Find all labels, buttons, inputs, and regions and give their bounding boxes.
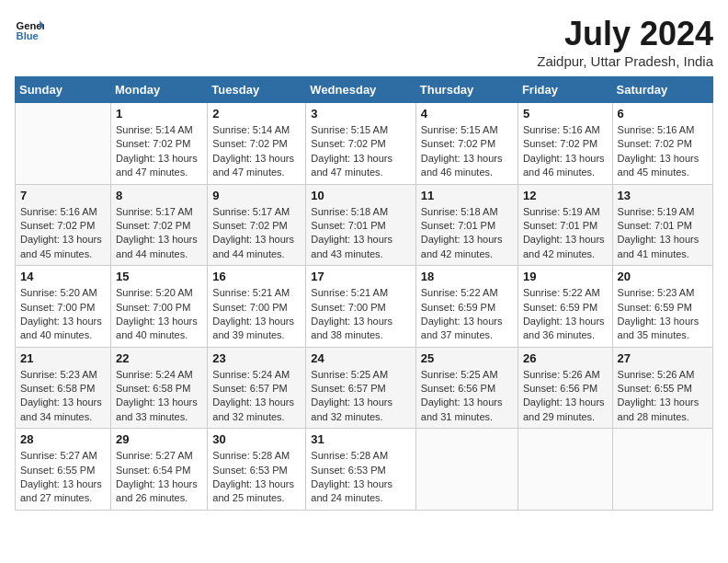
day-detail: Sunrise: 5:26 AMSunset: 6:55 PMDaylight:… xyxy=(618,368,708,425)
svg-text:Blue: Blue xyxy=(17,30,39,41)
day-detail: Sunrise: 5:28 AMSunset: 6:53 PMDaylight:… xyxy=(212,449,301,506)
day-number: 15 xyxy=(116,270,202,283)
day-number: 4 xyxy=(421,107,513,121)
calendar-week-row: 7Sunrise: 5:16 AMSunset: 7:02 PMDaylight… xyxy=(16,184,713,266)
day-detail: Sunrise: 5:18 AMSunset: 7:01 PMDaylight:… xyxy=(421,205,513,262)
day-detail: Sunrise: 5:20 AMSunset: 7:00 PMDaylight:… xyxy=(116,286,202,343)
calendar-cell: 9Sunrise: 5:17 AMSunset: 7:02 PMDaylight… xyxy=(208,184,306,266)
day-number: 7 xyxy=(20,189,106,202)
day-number: 25 xyxy=(421,351,513,365)
col-header-saturday: Saturday xyxy=(612,77,712,103)
day-number: 12 xyxy=(523,189,608,202)
day-detail: Sunrise: 5:16 AMSunset: 7:02 PMDaylight:… xyxy=(618,123,708,180)
day-number: 24 xyxy=(311,351,410,365)
col-header-monday: Monday xyxy=(111,77,208,103)
day-detail: Sunrise: 5:22 AMSunset: 6:59 PMDaylight:… xyxy=(421,286,513,343)
calendar-cell: 19Sunrise: 5:22 AMSunset: 6:59 PMDayligh… xyxy=(518,266,612,348)
day-detail: Sunrise: 5:15 AMSunset: 7:02 PMDaylight:… xyxy=(311,123,410,180)
day-number: 17 xyxy=(311,270,410,283)
calendar-cell: 23Sunrise: 5:24 AMSunset: 6:57 PMDayligh… xyxy=(208,347,306,429)
calendar-cell: 2Sunrise: 5:14 AMSunset: 7:02 PMDaylight… xyxy=(208,103,306,185)
calendar-cell: 15Sunrise: 5:20 AMSunset: 7:00 PMDayligh… xyxy=(111,266,208,348)
calendar-cell: 31Sunrise: 5:28 AMSunset: 6:53 PMDayligh… xyxy=(306,429,415,511)
calendar-cell: 8Sunrise: 5:17 AMSunset: 7:02 PMDaylight… xyxy=(111,184,208,266)
day-detail: Sunrise: 5:16 AMSunset: 7:02 PMDaylight:… xyxy=(20,205,106,262)
col-header-wednesday: Wednesday xyxy=(306,77,415,103)
day-number: 5 xyxy=(523,107,608,121)
day-number: 19 xyxy=(523,270,608,283)
calendar-cell: 11Sunrise: 5:18 AMSunset: 7:01 PMDayligh… xyxy=(415,184,518,266)
calendar-week-row: 1Sunrise: 5:14 AMSunset: 7:02 PMDaylight… xyxy=(16,103,713,185)
column-header-row: SundayMondayTuesdayWednesdayThursdayFrid… xyxy=(16,77,713,103)
calendar-cell xyxy=(612,429,712,511)
day-number: 22 xyxy=(116,351,202,365)
calendar-cell: 7Sunrise: 5:16 AMSunset: 7:02 PMDaylight… xyxy=(16,184,111,266)
day-detail: Sunrise: 5:19 AMSunset: 7:01 PMDaylight:… xyxy=(618,205,708,262)
day-number: 29 xyxy=(116,432,202,446)
day-detail: Sunrise: 5:27 AMSunset: 6:54 PMDaylight:… xyxy=(116,449,202,506)
day-detail: Sunrise: 5:24 AMSunset: 6:57 PMDaylight:… xyxy=(212,368,301,425)
day-detail: Sunrise: 5:20 AMSunset: 7:00 PMDaylight:… xyxy=(20,286,106,343)
day-detail: Sunrise: 5:24 AMSunset: 6:58 PMDaylight:… xyxy=(116,368,202,425)
day-detail: Sunrise: 5:15 AMSunset: 7:02 PMDaylight:… xyxy=(421,123,513,180)
page-header: General Blue July 2024 Zaidpur, Uttar Pr… xyxy=(15,15,713,69)
day-detail: Sunrise: 5:18 AMSunset: 7:01 PMDaylight:… xyxy=(311,205,410,262)
day-number: 13 xyxy=(618,189,708,202)
day-number: 23 xyxy=(212,351,301,365)
day-number: 10 xyxy=(311,189,410,202)
day-detail: Sunrise: 5:17 AMSunset: 7:02 PMDaylight:… xyxy=(212,205,301,262)
calendar-cell: 28Sunrise: 5:27 AMSunset: 6:55 PMDayligh… xyxy=(16,429,111,511)
calendar-cell: 4Sunrise: 5:15 AMSunset: 7:02 PMDaylight… xyxy=(415,103,518,185)
day-detail: Sunrise: 5:25 AMSunset: 6:56 PMDaylight:… xyxy=(421,368,513,425)
day-number: 6 xyxy=(618,107,708,121)
calendar-cell xyxy=(16,103,111,185)
day-detail: Sunrise: 5:25 AMSunset: 6:57 PMDaylight:… xyxy=(311,368,410,425)
day-number: 20 xyxy=(618,270,708,283)
day-detail: Sunrise: 5:17 AMSunset: 7:02 PMDaylight:… xyxy=(116,205,202,262)
day-detail: Sunrise: 5:26 AMSunset: 6:56 PMDaylight:… xyxy=(523,368,608,425)
day-number: 8 xyxy=(116,189,202,202)
day-number: 18 xyxy=(421,270,513,283)
day-number: 28 xyxy=(20,432,106,446)
day-number: 2 xyxy=(212,107,301,121)
day-number: 9 xyxy=(212,189,301,202)
day-number: 27 xyxy=(618,351,708,365)
day-number: 16 xyxy=(212,270,301,283)
calendar-cell xyxy=(518,429,612,511)
calendar-cell: 30Sunrise: 5:28 AMSunset: 6:53 PMDayligh… xyxy=(208,429,306,511)
day-number: 26 xyxy=(523,351,608,365)
calendar-cell: 3Sunrise: 5:15 AMSunset: 7:02 PMDaylight… xyxy=(306,103,415,185)
calendar-cell: 14Sunrise: 5:20 AMSunset: 7:00 PMDayligh… xyxy=(16,266,111,348)
calendar-cell: 5Sunrise: 5:16 AMSunset: 7:02 PMDaylight… xyxy=(518,103,612,185)
calendar-cell: 17Sunrise: 5:21 AMSunset: 7:00 PMDayligh… xyxy=(306,266,415,348)
day-detail: Sunrise: 5:16 AMSunset: 7:02 PMDaylight:… xyxy=(523,123,608,180)
day-number: 14 xyxy=(20,270,106,283)
day-detail: Sunrise: 5:27 AMSunset: 6:55 PMDaylight:… xyxy=(20,449,106,506)
calendar-cell: 25Sunrise: 5:25 AMSunset: 6:56 PMDayligh… xyxy=(415,347,518,429)
day-detail: Sunrise: 5:19 AMSunset: 7:01 PMDaylight:… xyxy=(523,205,608,262)
location-subtitle: Zaidpur, Uttar Pradesh, India xyxy=(537,53,713,69)
logo-icon: General Blue xyxy=(15,15,44,44)
day-number: 30 xyxy=(212,432,301,446)
day-number: 21 xyxy=(20,351,106,365)
col-header-tuesday: Tuesday xyxy=(208,77,306,103)
calendar-cell: 21Sunrise: 5:23 AMSunset: 6:58 PMDayligh… xyxy=(16,347,111,429)
calendar-cell: 27Sunrise: 5:26 AMSunset: 6:55 PMDayligh… xyxy=(612,347,712,429)
day-number: 31 xyxy=(311,432,410,446)
day-detail: Sunrise: 5:21 AMSunset: 7:00 PMDaylight:… xyxy=(311,286,410,343)
day-detail: Sunrise: 5:23 AMSunset: 6:58 PMDaylight:… xyxy=(20,368,106,425)
calendar-cell: 12Sunrise: 5:19 AMSunset: 7:01 PMDayligh… xyxy=(518,184,612,266)
day-detail: Sunrise: 5:14 AMSunset: 7:02 PMDaylight:… xyxy=(212,123,301,180)
day-detail: Sunrise: 5:14 AMSunset: 7:02 PMDaylight:… xyxy=(116,123,202,180)
day-detail: Sunrise: 5:22 AMSunset: 6:59 PMDaylight:… xyxy=(523,286,608,343)
calendar-cell: 18Sunrise: 5:22 AMSunset: 6:59 PMDayligh… xyxy=(415,266,518,348)
calendar-week-row: 21Sunrise: 5:23 AMSunset: 6:58 PMDayligh… xyxy=(16,347,713,429)
day-detail: Sunrise: 5:21 AMSunset: 7:00 PMDaylight:… xyxy=(212,286,301,343)
day-number: 1 xyxy=(116,107,202,121)
title-block: July 2024 Zaidpur, Uttar Pradesh, India xyxy=(537,15,713,69)
day-number: 11 xyxy=(421,189,513,202)
calendar-week-row: 14Sunrise: 5:20 AMSunset: 7:00 PMDayligh… xyxy=(16,266,713,348)
calendar-cell: 1Sunrise: 5:14 AMSunset: 7:02 PMDaylight… xyxy=(111,103,208,185)
month-year-title: July 2024 xyxy=(537,15,713,53)
col-header-friday: Friday xyxy=(518,77,612,103)
